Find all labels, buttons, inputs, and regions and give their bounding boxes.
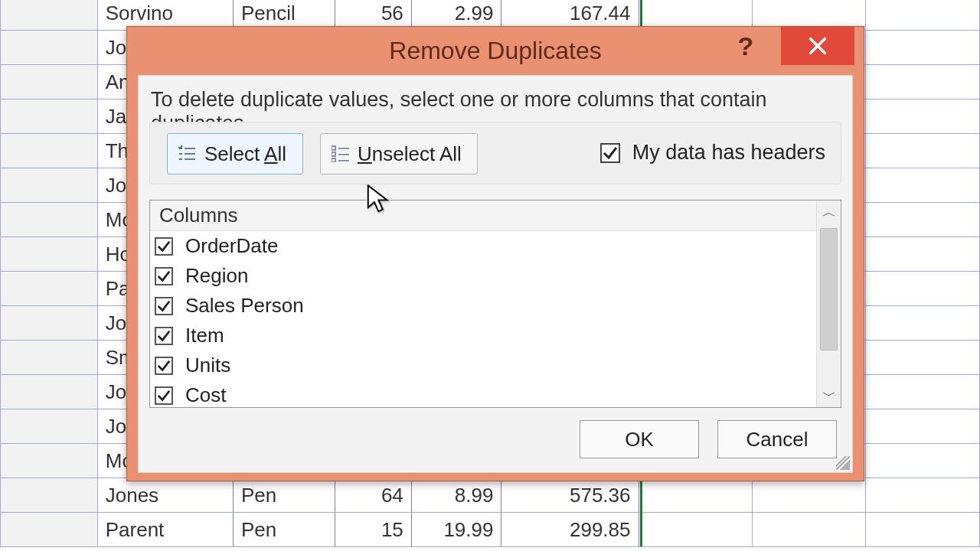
row-header[interactable] <box>1 341 98 375</box>
column-label: Units <box>185 354 230 377</box>
cell-blank[interactable] <box>639 478 752 513</box>
toolbar: Select All Unselect All My data has head… <box>149 122 841 184</box>
unselect-all-button[interactable]: Unselect All <box>320 133 478 174</box>
scroll-up-button[interactable]: ︿ <box>817 201 841 223</box>
cell-name[interactable]: Parent <box>97 513 233 547</box>
resize-grip[interactable] <box>836 456 850 470</box>
cancel-button[interactable]: Cancel <box>717 420 837 458</box>
row-header[interactable] <box>1 168 98 203</box>
column-label: Cost <box>185 383 226 407</box>
row-header[interactable] <box>1 0 98 31</box>
dialog-titlebar: Remove Duplicates ? <box>127 27 864 75</box>
cell-blank[interactable] <box>866 409 980 444</box>
column-label: OrderDate <box>185 234 278 258</box>
select-all-button[interactable]: Select All <box>167 133 303 174</box>
cell-blank[interactable] <box>866 134 980 168</box>
row-header[interactable] <box>1 99 98 134</box>
cell-blank[interactable] <box>639 513 752 547</box>
column-item[interactable]: Cost <box>150 380 816 407</box>
column-label: Item <box>185 324 224 347</box>
svg-rect-1 <box>332 152 335 156</box>
table-row: JonesPen648.99575.36 <box>1 478 980 513</box>
column-item[interactable]: Item <box>150 321 816 350</box>
unselect-all-icon <box>332 145 350 162</box>
checkbox-icon <box>155 357 173 375</box>
row-header[interactable] <box>1 134 98 168</box>
checkbox-icon <box>155 386 173 405</box>
column-item[interactable]: Sales Person <box>150 291 816 321</box>
headers-label: My data has headers <box>632 141 825 165</box>
cell-blank[interactable] <box>866 478 980 513</box>
cell-blank[interactable] <box>866 0 980 31</box>
remove-duplicates-dialog: Remove Duplicates ? To delete duplicate … <box>126 26 864 481</box>
unselect-all-label: Unselect All <box>358 142 462 166</box>
columns-listbox: Columns OrderDateRegionSales PersonItemU… <box>149 200 841 408</box>
columns-header: Columns <box>150 201 841 231</box>
dialog-body: To delete duplicate values, select one o… <box>138 75 853 473</box>
cell-units[interactable]: 64 <box>335 478 411 513</box>
cell-item[interactable]: Pen <box>233 513 335 547</box>
scrollbar[interactable]: ︿ ﹀ <box>816 201 841 407</box>
cell-blank[interactable] <box>866 99 980 134</box>
cell-blank[interactable] <box>866 203 980 237</box>
row-header[interactable] <box>1 272 98 306</box>
cell-item[interactable]: Pen <box>233 478 335 513</box>
checkbox-icon <box>155 297 173 315</box>
cell-blank[interactable] <box>866 168 980 203</box>
row-header[interactable] <box>1 306 98 341</box>
checkbox-icon <box>600 143 620 163</box>
columns-list-body: OrderDateRegionSales PersonItemUnitsCost <box>150 231 816 407</box>
row-header[interactable] <box>1 31 98 65</box>
row-header[interactable] <box>1 65 98 99</box>
cell-blank[interactable] <box>866 65 980 99</box>
row-header[interactable] <box>1 444 98 478</box>
svg-rect-0 <box>332 146 335 150</box>
checkbox-icon <box>155 267 173 285</box>
close-icon <box>807 35 828 57</box>
cell-blank[interactable] <box>866 237 980 272</box>
checkbox-icon <box>155 237 173 256</box>
cell-blank[interactable] <box>753 478 866 513</box>
row-header[interactable] <box>1 478 98 513</box>
cell-blank[interactable] <box>866 272 980 306</box>
table-row: ParentPen1519.99299.85 <box>1 513 980 547</box>
cell-blank[interactable] <box>753 513 866 547</box>
cell-blank[interactable] <box>866 375 980 409</box>
cell-blank[interactable] <box>866 513 980 547</box>
column-label: Region <box>185 264 248 288</box>
column-item[interactable]: OrderDate <box>150 231 816 261</box>
column-label: Sales Person <box>185 294 304 318</box>
cell-total[interactable]: 575.36 <box>501 478 639 513</box>
select-all-icon <box>178 145 197 162</box>
cell-units[interactable]: 15 <box>335 513 411 547</box>
scroll-thumb[interactable] <box>820 228 838 350</box>
row-header[interactable] <box>1 203 98 237</box>
cell-blank[interactable] <box>866 444 980 478</box>
column-item[interactable]: Units <box>150 350 816 380</box>
ok-button[interactable]: OK <box>580 420 699 458</box>
help-button[interactable]: ? <box>726 27 766 65</box>
row-header[interactable] <box>1 409 98 444</box>
cell-blank[interactable] <box>866 341 980 375</box>
row-header[interactable] <box>1 237 98 272</box>
column-item[interactable]: Region <box>150 261 816 291</box>
cell-cost[interactable]: 19.99 <box>411 513 501 547</box>
cell-total[interactable]: 299.85 <box>501 513 639 547</box>
row-header[interactable] <box>1 513 98 547</box>
checkbox-icon <box>155 327 173 345</box>
cell-cost[interactable]: 8.99 <box>411 478 501 513</box>
close-button[interactable] <box>781 27 854 65</box>
my-data-has-headers-checkbox[interactable]: My data has headers <box>600 141 825 165</box>
row-header[interactable] <box>1 375 98 409</box>
cell-name[interactable]: Jones <box>97 478 233 513</box>
scroll-down-button[interactable]: ﹀ <box>817 384 841 407</box>
cell-blank[interactable] <box>866 306 980 341</box>
dialog-title: Remove Duplicates <box>389 37 601 65</box>
select-all-label: Select All <box>204 142 286 166</box>
cell-blank[interactable] <box>866 31 980 65</box>
svg-rect-2 <box>332 158 335 162</box>
